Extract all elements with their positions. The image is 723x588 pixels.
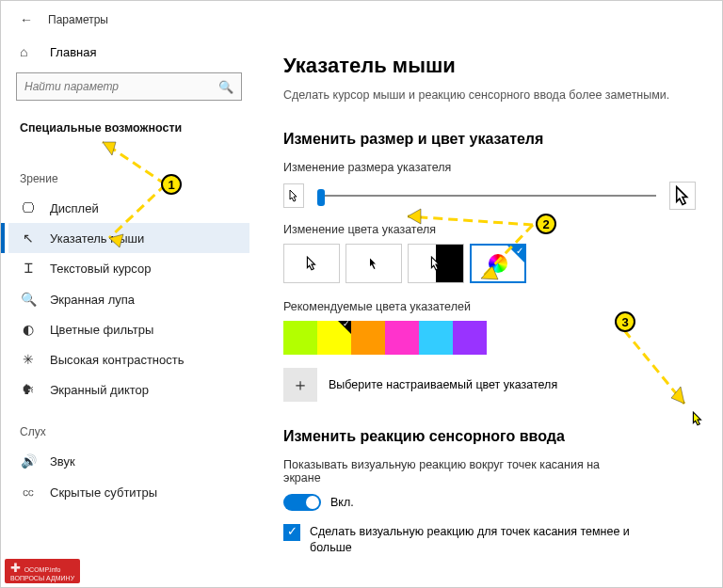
add-custom-color-button[interactable]: ＋	[283, 368, 317, 402]
color-swatch[interactable]	[283, 321, 317, 355]
recommended-label: Рекомендуемые цвета указателей	[283, 300, 696, 313]
sidebar-group-vision: Зрение	[8, 165, 249, 193]
annotation-cursor-icon	[692, 411, 703, 426]
speaker-icon: 🔊	[20, 453, 37, 469]
pointer-size-min-icon	[283, 183, 304, 208]
watermark-plus: ✚	[10, 561, 24, 575]
darker-feedback-label: Сделать визуальную реакцию для точек кас…	[310, 524, 630, 557]
text-cursor-icon: Ꮖ	[20, 261, 37, 277]
color-swatch[interactable]	[317, 321, 351, 355]
color-swatch[interactable]	[453, 321, 487, 355]
captions-icon: ㏄	[20, 484, 37, 501]
pointer-color-black[interactable]	[345, 244, 402, 283]
annotation-badge-1: 1	[161, 174, 182, 195]
color-swatch[interactable]	[351, 321, 385, 355]
section-touch-title: Изменить реакцию сенсорного ввода	[283, 428, 696, 445]
sidebar-category: Специальные возможности	[8, 114, 249, 142]
search-icon: 🔍	[218, 80, 233, 94]
contrast-icon: ✳	[20, 352, 37, 367]
sidebar-group-hearing: Слух	[8, 418, 249, 446]
color-filters-icon: ◐	[20, 322, 37, 337]
display-icon: 🖵	[20, 200, 37, 215]
sidebar-item-label: Указатель мыши	[50, 231, 144, 246]
search-input-wrapper[interactable]: 🔍	[16, 72, 242, 101]
annotation-badge-3: 3	[615, 311, 635, 332]
color-label: Изменение цвета указателя	[283, 223, 696, 236]
sidebar-item-captions[interactable]: ㏄ Скрытые субтитры	[8, 476, 249, 508]
rainbow-icon	[489, 254, 507, 273]
home-icon: ⌂	[20, 44, 37, 59]
pointer-size-slider[interactable]	[317, 186, 656, 205]
sidebar-item-label: Цветные фильтры	[50, 323, 153, 337]
sidebar-item-text-cursor[interactable]: Ꮖ Текстовый курсор	[8, 253, 249, 284]
sidebar-item-display[interactable]: 🖵 Дисплей	[8, 193, 249, 223]
window-title: Параметры	[48, 13, 108, 26]
cursor-icon: ↖	[20, 230, 37, 246]
sidebar-item-audio[interactable]: 🔊 Звук	[8, 446, 249, 476]
pointer-color-custom[interactable]	[470, 244, 526, 283]
touch-feedback-toggle[interactable]	[283, 494, 321, 511]
sidebar-item-high-contrast[interactable]: ✳ Высокая контрастность	[8, 344, 249, 374]
sidebar-item-label: Высокая контрастность	[50, 353, 185, 367]
touch-feedback-label: Показывать визуальную реакцию вокруг точ…	[283, 458, 622, 485]
sidebar-home-label: Главная	[50, 45, 96, 59]
annotation-badge-2: 2	[536, 214, 556, 234]
watermark: ✚ OCOMP.info ВОПРОСЫ АДМИНУ	[5, 559, 80, 583]
sidebar-item-label: Звук	[50, 454, 75, 469]
toggle-state-label: Вкл.	[330, 496, 354, 509]
narrator-icon: 🗣	[20, 382, 37, 397]
size-label: Изменение размера указателя	[283, 161, 696, 174]
page-title: Указатель мыши	[283, 54, 696, 78]
back-button[interactable]: ←	[20, 12, 33, 27]
sidebar-item-label: Дисплей	[50, 201, 99, 215]
search-input[interactable]	[24, 80, 218, 93]
page-description: Сделать курсор мыши и реакцию сенсорного…	[283, 87, 696, 104]
sidebar-item-mouse-pointer[interactable]: ↖ Указатель мыши	[8, 223, 249, 253]
pointer-color-inverted[interactable]	[408, 244, 464, 283]
sidebar-item-narrator[interactable]: 🗣 Экранный диктор	[8, 374, 249, 405]
sidebar-item-color-filters[interactable]: ◐ Цветные фильтры	[8, 314, 249, 344]
section-size-title: Изменить размер и цвет указателя	[283, 131, 696, 148]
color-swatch[interactable]	[419, 321, 453, 355]
pointer-size-max-icon	[669, 182, 696, 210]
sidebar-item-label: Текстовый курсор	[50, 262, 151, 276]
selected-check-icon	[507, 246, 524, 262]
pointer-color-white[interactable]	[283, 244, 340, 283]
sidebar-item-label: Скрытые субтитры	[50, 485, 157, 500]
sidebar-home[interactable]: ⌂ Главная	[8, 39, 249, 65]
magnifier-icon: 🔍	[20, 292, 37, 307]
darker-feedback-checkbox[interactable]: ✓	[283, 524, 300, 541]
sidebar-item-magnifier[interactable]: 🔍 Экранная лупа	[8, 284, 249, 314]
sidebar: ⌂ Главная 🔍 Специальные возможности Зрен…	[1, 39, 257, 587]
custom-color-label: Выберите настраиваемый цвет указателя	[329, 378, 557, 391]
sidebar-item-label: Экранная лупа	[50, 293, 135, 307]
sidebar-item-label: Экранный диктор	[50, 383, 149, 397]
color-swatch[interactable]	[385, 321, 419, 355]
main-content: Указатель мыши Сделать курсор мыши и реа…	[257, 39, 722, 587]
